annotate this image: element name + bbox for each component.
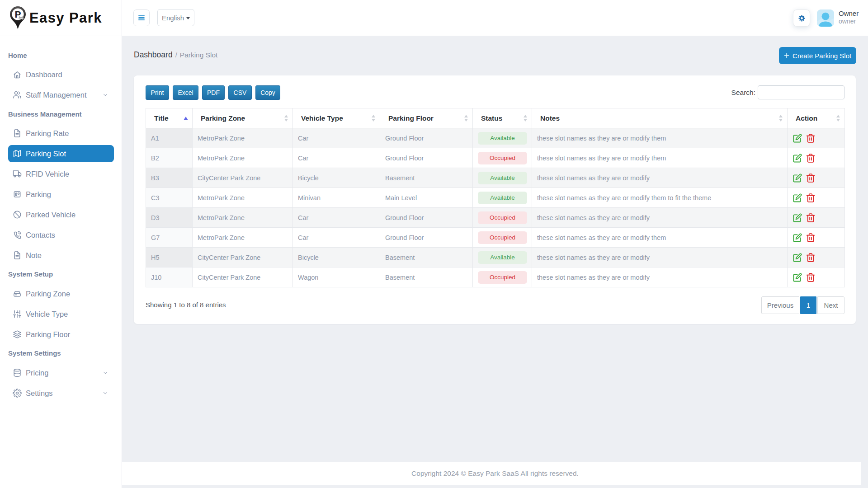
- edit-icon[interactable]: [793, 173, 802, 183]
- table-row: A1MetroPark ZoneCarGround FloorAvailable…: [146, 128, 845, 148]
- copy-button[interactable]: Copy: [255, 85, 280, 100]
- cell-parking-floor: Ground Floor: [380, 208, 473, 228]
- sidebar-toggle-button[interactable]: [133, 9, 150, 26]
- edit-icon[interactable]: [793, 253, 802, 263]
- user-role: owner: [839, 18, 859, 25]
- sidebar-item-settings[interactable]: Settings: [8, 385, 114, 402]
- cell-vehicle-type: Minivan: [293, 188, 380, 208]
- sidebar-item-contacts[interactable]: Contacts: [8, 226, 114, 244]
- sidebar-item-parking[interactable]: Parking: [8, 186, 114, 203]
- pdf-button[interactable]: PDF: [202, 85, 225, 100]
- delete-icon[interactable]: [806, 233, 816, 243]
- sidebar-item-parked-vehicle[interactable]: Parked Vehicle: [8, 206, 114, 223]
- cell-parking-floor: Ground Floor: [380, 228, 473, 248]
- sidebar-item-dashboard[interactable]: Dashboard: [8, 66, 114, 83]
- status-badge: Occupied: [478, 152, 527, 164]
- column-header-parking-floor[interactable]: Parking Floor: [380, 108, 473, 128]
- table-row: H5CityCenter Park ZoneBicycleBasementAva…: [146, 248, 845, 267]
- pagination-previous-button[interactable]: Previous: [761, 296, 799, 314]
- cell-parking-zone: CityCenter Park Zone: [193, 248, 293, 267]
- delete-icon[interactable]: [806, 173, 816, 183]
- cell-notes: these slot names as they are or modify: [532, 208, 788, 228]
- user-meta[interactable]: Owner owner: [839, 9, 859, 25]
- truck-icon: [13, 169, 22, 178]
- edit-icon[interactable]: [793, 153, 802, 163]
- cell-action: [788, 148, 845, 168]
- print-button[interactable]: Print: [146, 85, 169, 100]
- users-icon: [13, 90, 22, 99]
- sidebar-item-parking-floor[interactable]: Parking Floor: [8, 326, 114, 343]
- sidebar-item-label: Pricing: [26, 369, 48, 377]
- delete-icon[interactable]: [806, 253, 816, 263]
- edit-icon[interactable]: [793, 193, 802, 203]
- sidebar-item-note[interactable]: Note: [8, 247, 114, 264]
- cell-notes: these slot names as they are or modify: [532, 168, 788, 188]
- breadcrumb-dashboard[interactable]: Dashboard: [134, 50, 173, 60]
- sidebar-item-label: Parking Floor: [26, 330, 70, 339]
- sidebar-item-pricing[interactable]: Pricing: [8, 364, 114, 381]
- sidebar-item-rfid-vehicle[interactable]: RFID Vehicle: [8, 165, 114, 183]
- parking-meter-icon: [13, 190, 22, 199]
- column-header-status[interactable]: Status: [473, 108, 532, 128]
- sidebar-item-vehicle-type[interactable]: Vehicle Type: [8, 305, 114, 323]
- sort-icon: [524, 115, 528, 122]
- caret-down-icon: [186, 17, 190, 19]
- edit-icon[interactable]: [793, 272, 802, 282]
- table-row: C3MetroPark ZoneMinivanMain LevelAvailab…: [146, 188, 845, 208]
- cell-parking-floor: Main Level: [380, 188, 473, 208]
- search-input[interactable]: [758, 85, 844, 99]
- hamburger-icon: [138, 14, 145, 22]
- column-header-vehicle-type[interactable]: Vehicle Type: [293, 108, 380, 128]
- database-icon: [13, 368, 22, 377]
- delete-icon[interactable]: [806, 272, 816, 282]
- status-badge: Available: [478, 172, 527, 184]
- user-name: Owner: [839, 9, 859, 18]
- cell-parking-zone: MetroPark Zone: [193, 148, 293, 168]
- column-header-notes[interactable]: Notes: [532, 108, 788, 128]
- status-badge: Occupied: [478, 271, 527, 284]
- language-select[interactable]: English: [157, 9, 194, 26]
- sidebar-item-label: Parking Zone: [26, 290, 70, 298]
- language-select-value: English: [162, 14, 184, 22]
- sidebar-item-parking-zone[interactable]: Parking Zone: [8, 285, 114, 302]
- pagination-next-button[interactable]: Next: [817, 296, 844, 314]
- topbar: English Owner owner: [122, 0, 868, 36]
- cell-notes: these slot names as they are or modify t…: [532, 188, 788, 208]
- cell-title: B2: [146, 148, 193, 168]
- delete-icon[interactable]: [806, 153, 816, 163]
- sort-asc-icon: [184, 117, 188, 120]
- csv-button[interactable]: CSV: [228, 85, 252, 100]
- sidebar-item-parking-slot[interactable]: Parking Slot: [8, 145, 114, 162]
- settings-button[interactable]: [793, 9, 810, 27]
- brand[interactable]: P Easy Park: [0, 0, 122, 36]
- column-header-title[interactable]: Title: [146, 108, 193, 128]
- excel-button[interactable]: Excel: [173, 85, 198, 100]
- cell-status: Available: [473, 168, 532, 188]
- cell-action: [788, 168, 845, 188]
- table-info: Showing 1 to 8 of 8 entries: [146, 301, 226, 309]
- cell-title: G7: [146, 228, 193, 248]
- cell-notes: these slot names as they are or modify: [532, 267, 788, 287]
- delete-icon[interactable]: [806, 133, 816, 143]
- delete-icon[interactable]: [806, 213, 816, 223]
- status-badge: Available: [478, 251, 527, 264]
- edit-icon[interactable]: [793, 213, 802, 223]
- sort-icon: [284, 115, 288, 122]
- column-header-parking-zone[interactable]: Parking Zone: [193, 108, 293, 128]
- sidebar-item-staff-management[interactable]: Staff Management: [8, 86, 114, 103]
- user-avatar[interactable]: [817, 9, 834, 27]
- edit-icon[interactable]: [793, 233, 802, 243]
- delete-icon[interactable]: [806, 193, 816, 203]
- cell-parking-floor: Ground Floor: [380, 128, 473, 148]
- chevron-down-icon: [102, 390, 108, 396]
- chevron-down-icon: [102, 370, 108, 376]
- column-header-action[interactable]: Action: [788, 108, 845, 128]
- sidebar-item-parking-rate[interactable]: Parking Rate: [8, 125, 114, 142]
- cell-notes: these slot names as they are or modify t…: [532, 128, 788, 148]
- edit-icon[interactable]: [793, 133, 802, 143]
- cell-title: D3: [146, 208, 193, 228]
- breadcrumb-current: Parking Slot: [180, 51, 218, 59]
- pagination-page-1-button[interactable]: 1: [800, 296, 816, 314]
- cell-parking-zone: CityCenter Park Zone: [193, 168, 293, 188]
- create-parking-slot-button[interactable]: + Create Parking Slot: [779, 47, 856, 64]
